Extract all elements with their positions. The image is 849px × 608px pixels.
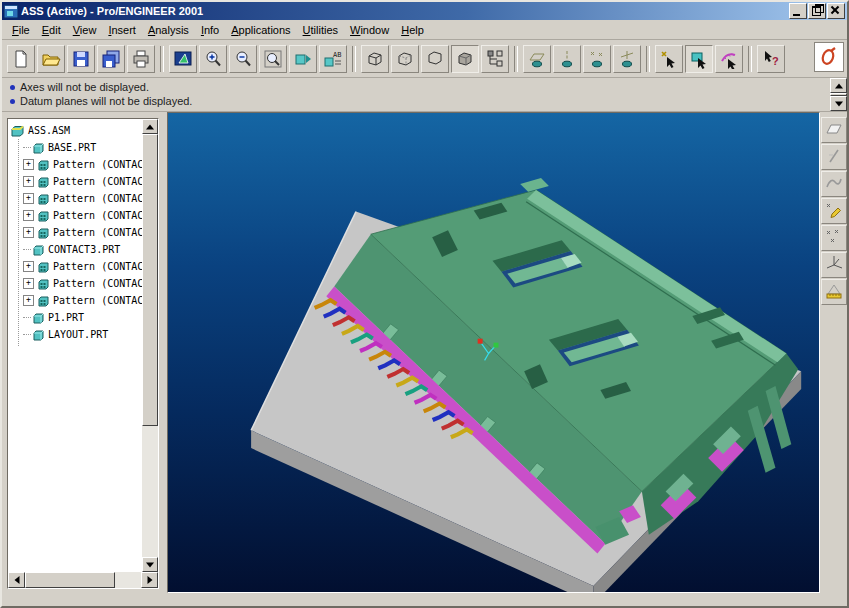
arrow-left-icon	[14, 576, 19, 584]
tree-item-pattern-contact3-pr[interactable]: +Pattern (CONTACT3.PR	[11, 258, 142, 275]
datum-point-tool-button[interactable]	[821, 198, 847, 224]
datum-curve-tool-button[interactable]	[821, 171, 847, 197]
tree-expander[interactable]: +	[23, 159, 34, 170]
csys-display-button[interactable]	[613, 45, 641, 73]
tree-item-label: CONTACT3.PRT	[48, 244, 120, 255]
shaded-button[interactable]	[451, 45, 479, 73]
tree-item-ass-asm[interactable]: ASS.ASM	[11, 122, 142, 139]
repaint-button[interactable]	[169, 45, 197, 73]
menu-applications[interactable]: Applications	[225, 22, 296, 38]
menu-utilities[interactable]: Utilities	[297, 22, 344, 38]
app-icon	[4, 5, 18, 18]
saved-view-list-icon: AB	[323, 49, 343, 69]
tree-expander[interactable]: +	[23, 295, 34, 306]
pattern-icon	[37, 193, 49, 205]
tree-item-pattern-contact-prt[interactable]: +Pattern (CONTACT.PRT	[11, 173, 142, 190]
datum-axis-tool-button[interactable]	[821, 144, 847, 170]
model-tree-toggle-button[interactable]	[481, 45, 509, 73]
restore-icon	[812, 6, 821, 16]
datum-plane-tool-button[interactable]	[821, 117, 847, 143]
window-title: ASS (Active) - Pro/ENGINEER 2001	[21, 5, 788, 17]
refit-button[interactable]	[259, 45, 287, 73]
arrow-down-icon	[835, 101, 843, 106]
tree-item-pattern-contact4-pr[interactable]: +Pattern (CONTACT4.PR	[11, 275, 142, 292]
message-bullet-icon	[10, 99, 15, 104]
hidden-line-button[interactable]	[391, 45, 419, 73]
orient-button[interactable]	[289, 45, 317, 73]
tree-item-pattern-contact4-pr[interactable]: +Pattern (CONTACT4.PR	[11, 292, 142, 309]
datum-axis-tool-icon	[824, 146, 844, 168]
offset-points-tool-button[interactable]	[821, 225, 847, 251]
save-copy-button[interactable]	[97, 45, 125, 73]
point-symbols-display-icon	[587, 49, 607, 69]
tree-scroll-up-button[interactable]	[142, 119, 158, 134]
tree-expander[interactable]: +	[23, 278, 34, 289]
zoom-in-button[interactable]	[199, 45, 227, 73]
close-button[interactable]	[827, 3, 845, 19]
open-file-button[interactable]	[37, 45, 65, 73]
menu-bar: FileEditViewInsertAnalysisInfoApplicatio…	[2, 20, 847, 40]
pick-item-button[interactable]	[655, 45, 683, 73]
part-icon	[32, 329, 44, 341]
message-text: Axes will not be displayed.	[20, 81, 149, 93]
toolbar-separator	[646, 46, 650, 72]
tree-scroll-left-button[interactable]	[8, 572, 25, 588]
no-hidden-button[interactable]	[421, 45, 449, 73]
pick-box-button[interactable]	[685, 45, 713, 73]
tree-item-contact3-prt[interactable]: CONTACT3.PRT	[11, 241, 142, 258]
app-window: ASS (Active) - Pro/ENGINEER 2001 FileEdi…	[0, 0, 849, 608]
pick-chain-button[interactable]	[715, 45, 743, 73]
tree-expander[interactable]: +	[23, 261, 34, 272]
wireframe-icon	[365, 49, 385, 69]
tree-hscroll-thumb[interactable]	[25, 572, 115, 588]
no-hidden-icon	[425, 49, 445, 69]
menu-edit[interactable]: Edit	[36, 22, 67, 38]
tree-expander[interactable]: +	[23, 193, 34, 204]
tree-item-pattern-contact-prt[interactable]: +Pattern (CONTACT.PRT	[11, 156, 142, 173]
menu-info[interactable]: Info	[195, 22, 225, 38]
tree-item-base-prt[interactable]: BASE.PRT	[11, 139, 142, 156]
tree-item-pattern-contact2-pr[interactable]: +Pattern (CONTACT2.PR	[11, 190, 142, 207]
new-file-button[interactable]	[7, 45, 35, 73]
toolbar-separator	[160, 46, 164, 72]
scroll-up-button[interactable]	[830, 78, 847, 93]
menu-file[interactable]: File	[6, 22, 36, 38]
point-symbols-display-button[interactable]	[583, 45, 611, 73]
zoom-out-button[interactable]	[229, 45, 257, 73]
tree-item-pattern-contact2-pr[interactable]: +Pattern (CONTACT2.PR	[11, 207, 142, 224]
title-bar[interactable]: ASS (Active) - Pro/ENGINEER 2001	[2, 2, 847, 20]
saved-view-list-button[interactable]: AB	[319, 45, 347, 73]
graphics-viewport[interactable]	[167, 112, 820, 593]
save-button[interactable]	[67, 45, 95, 73]
minimize-button[interactable]	[789, 3, 807, 19]
tree-vertical-scrollbar[interactable]	[142, 119, 158, 572]
tree-vscroll-thumb[interactable]	[142, 134, 158, 426]
tree-item-p1-prt[interactable]: P1.PRT	[11, 309, 142, 326]
tree-item-pattern-contact3-pr[interactable]: +Pattern (CONTACT3.PR	[11, 224, 142, 241]
tree-expander[interactable]: +	[23, 176, 34, 187]
menu-view[interactable]: View	[67, 22, 103, 38]
datum-axes-display-button[interactable]	[553, 45, 581, 73]
tree-scroll-down-button[interactable]	[142, 557, 158, 572]
tree-scroll-right-button[interactable]	[141, 572, 158, 588]
tree-horizontal-scrollbar[interactable]	[8, 572, 158, 588]
menu-insert[interactable]: Insert	[102, 22, 142, 38]
message-scrollbar[interactable]	[830, 78, 847, 111]
analysis-measure-tool-button[interactable]	[821, 279, 847, 305]
menu-analysis[interactable]: Analysis	[142, 22, 195, 38]
restore-button[interactable]	[808, 3, 826, 19]
scroll-down-button[interactable]	[830, 96, 847, 111]
tree-expander[interactable]: +	[23, 210, 34, 221]
menu-help[interactable]: Help	[395, 22, 430, 38]
wireframe-button[interactable]	[361, 45, 389, 73]
menu-window[interactable]: Window	[344, 22, 395, 38]
print-button[interactable]	[127, 45, 155, 73]
context-help-button[interactable]: ?	[757, 45, 785, 73]
arrow-up-icon	[835, 83, 843, 88]
datum-planes-display-button[interactable]	[523, 45, 551, 73]
tree-item-layout-prt[interactable]: LAYOUT.PRT	[11, 326, 142, 343]
svg-text:AB: AB	[333, 51, 341, 59]
tree-expander[interactable]: +	[23, 227, 34, 238]
datum-csys-tool-button[interactable]	[821, 252, 847, 278]
tree-item-label: BASE.PRT	[48, 142, 96, 153]
